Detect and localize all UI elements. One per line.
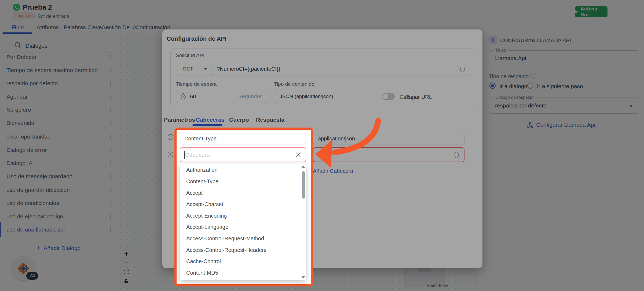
suggestion-acrm[interactable]: Access-Control-Request-Method [180,233,302,244]
suggestion-cache-control[interactable]: Cache-Control [180,256,302,267]
text-cursor [184,151,185,159]
app-root: Prueba 2 Inactivo Bot de entrada Flujo A… [0,0,644,291]
header-key-input-focused[interactable]: Cabecera [180,147,306,162]
suggestion-accept-encoding[interactable]: Accept-Encoding [180,210,302,222]
scrollbar-thumb[interactable] [302,171,305,199]
dropdown-scrollbar[interactable] [301,164,306,280]
suggestion-content-md5[interactable]: Content-MD5 [180,267,302,279]
header-key-input-content-type[interactable]: Content-Type [180,133,306,144]
suggestion-content-type[interactable]: Content-Type [180,176,302,187]
suggestion-authorization[interactable]: Authorization [180,164,302,176]
clear-input-icon[interactable] [295,152,301,158]
scroll-up-icon[interactable] [301,165,305,168]
scroll-down-icon[interactable] [301,276,305,279]
suggestion-accept-charset[interactable]: Accept-Charset [180,199,302,210]
suggestion-accept-language[interactable]: Accept-Language [180,221,302,233]
header-suggestions-dropdown: Authorization Content-Type Accept Accept… [180,164,306,280]
header-key-placeholder: Cabecera [185,152,295,158]
suggestion-acrh[interactable]: Access-Control-Request-Headers [180,244,302,256]
tutorial-dim-overlay [0,0,644,291]
suggestion-accept[interactable]: Accept [180,187,302,199]
